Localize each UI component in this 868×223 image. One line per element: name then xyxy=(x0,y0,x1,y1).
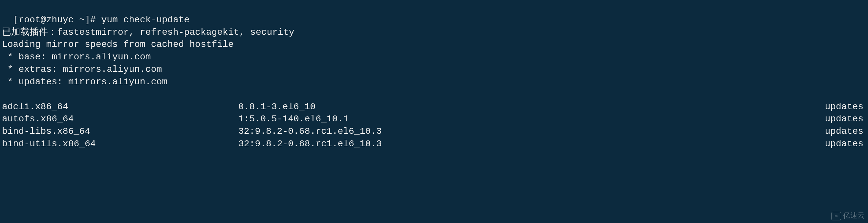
package-name: bind-utils.x86_64 xyxy=(2,138,238,150)
package-repo: updates xyxy=(800,138,866,150)
output-loading-line: Loading mirror speeds from cached hostfi… xyxy=(2,38,866,51)
prompt-bracket-open: [ xyxy=(13,15,19,25)
package-name: autofs.x86_64 xyxy=(2,113,238,125)
package-version: 32:9.8.2-0.68.rc1.el6_10.3 xyxy=(238,138,800,150)
output-mirror-base: * base: mirrors.aliyun.com xyxy=(2,51,866,63)
package-row: adcli.x86_64 0.8.1-3.el6_10 updates xyxy=(2,101,866,113)
output-mirror-extras: * extras: mirrors.aliyun.com xyxy=(2,63,866,76)
package-row: autofs.x86_64 1:5.0.5-140.el6_10.1 updat… xyxy=(2,113,866,125)
package-row: bind-libs.x86_64 32:9.8.2-0.68.rc1.el6_1… xyxy=(2,125,866,138)
package-version: 0.8.1-3.el6_10 xyxy=(238,101,800,113)
watermark-icon: ∞ xyxy=(831,212,841,220)
output-mirror-updates: * updates: mirrors.aliyun.com xyxy=(2,76,866,88)
output-plugins-line: 已加载插件：fastestmirror, refresh-packagekit,… xyxy=(2,26,866,39)
package-name: adcli.x86_64 xyxy=(2,101,238,113)
terminal-prompt-line: [root@zhuyc ~]# yum check-update xyxy=(2,1,866,26)
package-repo: updates xyxy=(800,125,866,138)
package-version: 32:9.8.2-0.68.rc1.el6_10.3 xyxy=(238,125,800,138)
watermark-text: 亿速云 xyxy=(843,211,865,221)
watermark: ∞ 亿速云 xyxy=(831,211,865,221)
package-repo: updates xyxy=(800,101,866,113)
package-name: bind-libs.x86_64 xyxy=(2,125,238,138)
package-repo: updates xyxy=(800,113,866,125)
prompt-bracket-close: ]# xyxy=(85,15,101,25)
package-version: 1:5.0.5-140.el6_10.1 xyxy=(238,113,800,125)
prompt-user-host: root@zhuyc xyxy=(19,15,73,25)
prompt-tilde: ~ xyxy=(73,15,85,25)
command-text: yum check-update xyxy=(101,15,189,25)
package-row: bind-utils.x86_64 32:9.8.2-0.68.rc1.el6_… xyxy=(2,138,866,150)
blank-line xyxy=(2,88,866,101)
